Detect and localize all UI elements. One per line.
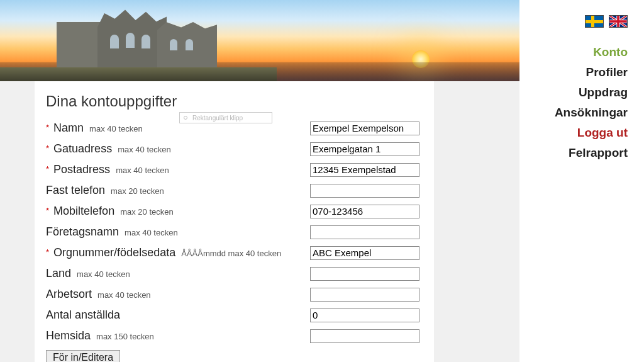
nav-profiler[interactable]: Profiler xyxy=(586,65,628,79)
hint-country: max 40 tecken xyxy=(77,269,130,279)
submit-button[interactable]: För in/Editera xyxy=(46,350,120,362)
svg-rect-4 xyxy=(610,20,627,23)
input-name[interactable] xyxy=(310,122,419,135)
hint-street: max 40 tecken xyxy=(118,145,171,154)
nav-logga-ut[interactable]: Logga ut xyxy=(577,126,628,140)
input-mobile[interactable] xyxy=(310,205,419,218)
label-country: Land xyxy=(46,267,71,280)
nav-ansokningar[interactable]: Ansökningar xyxy=(555,106,628,120)
label-workplace: Arbetsort xyxy=(46,288,92,300)
snipping-tool-overlay: Rektangulärt klipp xyxy=(179,112,272,123)
label-postal: Postadress xyxy=(53,163,110,176)
swedish-flag-icon[interactable] xyxy=(585,15,604,28)
input-employees[interactable] xyxy=(310,308,419,322)
hint-phone: max 20 tecken xyxy=(111,186,164,196)
input-postal[interactable] xyxy=(310,163,419,177)
nav-konto[interactable]: Konto xyxy=(593,45,628,59)
hint-workplace: max 40 tecken xyxy=(97,290,151,300)
input-workplace[interactable] xyxy=(310,288,419,302)
input-orgnr[interactable] xyxy=(310,246,419,260)
label-name: Namn xyxy=(53,122,84,134)
label-mobile: Mobiltelefon xyxy=(53,205,114,217)
uk-flag-icon[interactable] xyxy=(609,15,628,28)
label-website: Hemsida xyxy=(46,329,91,342)
label-phone: Fast telefon xyxy=(46,184,105,196)
hint-website: max 150 tecken xyxy=(96,332,154,341)
input-phone[interactable] xyxy=(310,184,419,198)
required-marker: * xyxy=(46,123,49,132)
input-street[interactable] xyxy=(310,142,419,156)
label-company: Företagsnamn xyxy=(46,225,119,238)
hint-postal: max 40 tecken xyxy=(116,166,169,175)
label-street: Gatuadress xyxy=(53,142,112,155)
required-marker: * xyxy=(46,164,49,174)
input-country[interactable] xyxy=(310,267,419,281)
hint-name: max 40 tecken xyxy=(89,124,143,133)
hint-mobile: max 20 tecken xyxy=(120,207,174,217)
sidebar: Konto Profiler Uppdrag Ansökningar Logga… xyxy=(519,0,644,362)
page-title: Dina kontouppgifter xyxy=(46,93,423,110)
label-orgnr: Orgnummer/födelsedata xyxy=(53,246,175,259)
required-marker: * xyxy=(46,144,49,153)
label-employees: Antal anställda xyxy=(46,308,120,321)
input-website[interactable] xyxy=(310,329,419,343)
nav-uppdrag[interactable]: Uppdrag xyxy=(579,86,628,99)
nav-felrapport[interactable]: Felrapport xyxy=(569,146,628,160)
snip-label: Rektangulärt klipp xyxy=(192,115,243,122)
required-marker: * xyxy=(46,206,49,215)
required-marker: * xyxy=(46,247,49,257)
input-company[interactable] xyxy=(310,225,419,239)
hint-company: max 40 tecken xyxy=(125,228,178,237)
hero-banner xyxy=(0,0,519,81)
hint-orgnr: ÅÅÅÅmmdd max 40 tecken xyxy=(181,249,281,258)
